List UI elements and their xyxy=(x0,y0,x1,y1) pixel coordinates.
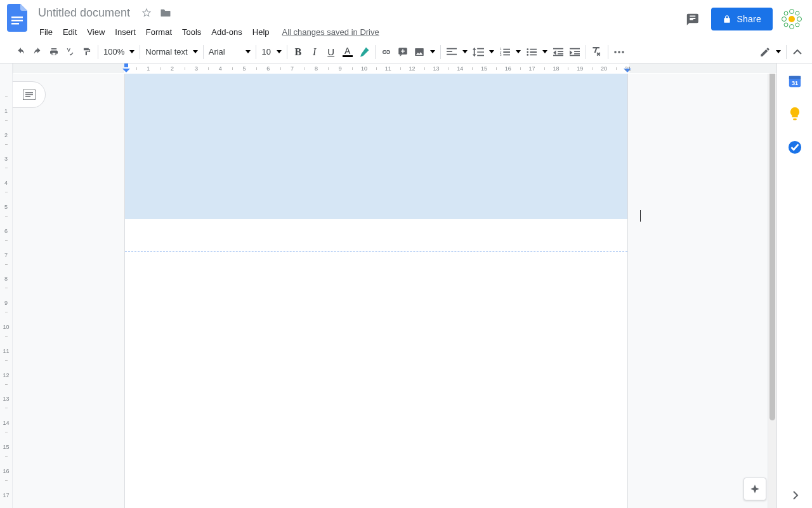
comments-icon[interactable] xyxy=(684,10,702,28)
insert-link-button[interactable] xyxy=(378,44,395,60)
svg-rect-1 xyxy=(11,20,23,22)
h-ruler-tick: 1 xyxy=(147,65,150,72)
menu-tools[interactable]: Tools xyxy=(177,26,206,38)
svg-point-6 xyxy=(782,17,787,22)
align-button[interactable] xyxy=(443,44,460,60)
bold-button[interactable]: B xyxy=(290,44,306,60)
paint-format-button[interactable] xyxy=(79,44,95,60)
highlight-color-button[interactable] xyxy=(356,44,372,60)
account-avatar[interactable] xyxy=(782,9,802,29)
scrollbar-thumb[interactable] xyxy=(769,65,775,420)
vertical-ruler[interactable]: 1234567891011121314151617 xyxy=(0,64,13,508)
image-caret-icon[interactable] xyxy=(430,50,435,53)
svg-point-3 xyxy=(789,16,795,22)
underline-button[interactable]: U xyxy=(323,44,339,60)
v-ruler-tick: 12 xyxy=(3,372,9,378)
toolbar: 100% Normal text Arial 10 B I U A 123 xyxy=(0,41,812,64)
svg-point-22 xyxy=(622,51,624,53)
side-panel: 31 xyxy=(776,64,812,508)
svg-rect-28 xyxy=(793,118,797,120)
v-ruler-tick: 16 xyxy=(3,468,9,474)
svg-rect-26 xyxy=(789,76,800,79)
numbered-list-button[interactable]: 123 xyxy=(497,44,513,60)
move-folder-icon[interactable] xyxy=(159,6,172,19)
vertical-scrollbar[interactable] xyxy=(768,64,776,508)
mode-caret-icon[interactable] xyxy=(776,50,781,53)
spellcheck-button[interactable] xyxy=(62,44,79,60)
v-ruler-tick: 15 xyxy=(3,444,9,450)
explore-button[interactable] xyxy=(743,478,766,500)
font-caret-icon[interactable] xyxy=(246,50,251,53)
redo-button[interactable] xyxy=(29,44,46,60)
spacing-caret-icon[interactable] xyxy=(489,50,494,53)
menu-view[interactable]: View xyxy=(82,26,110,38)
v-ruler-tick: 4 xyxy=(4,180,8,186)
left-indent-marker[interactable] xyxy=(122,64,130,72)
insert-image-button[interactable] xyxy=(411,44,428,60)
keep-icon[interactable] xyxy=(787,107,802,122)
docs-logo-icon[interactable] xyxy=(5,5,30,30)
calendar-icon[interactable]: 31 xyxy=(787,74,802,89)
menu-file[interactable]: File xyxy=(34,26,58,38)
font-select[interactable]: Arial xyxy=(206,47,243,57)
svg-point-11 xyxy=(796,23,799,27)
h-ruler-tick: 14 xyxy=(457,65,463,72)
v-ruler-tick: 7 xyxy=(4,252,8,258)
menu-bar: File Edit View Insert Format Tools Add-o… xyxy=(34,23,379,41)
more-button[interactable] xyxy=(611,44,627,60)
svg-point-17 xyxy=(527,48,528,50)
save-status[interactable]: All changes saved in Drive xyxy=(282,27,379,37)
style-caret-icon[interactable] xyxy=(193,50,198,53)
svg-point-9 xyxy=(796,11,799,15)
bulleted-caret-icon[interactable] xyxy=(542,50,547,53)
zoom-select[interactable]: 100% xyxy=(101,47,127,57)
bulleted-list-button[interactable] xyxy=(523,44,540,60)
menu-addons[interactable]: Add-ons xyxy=(206,26,247,38)
paragraph-style-select[interactable]: Normal text xyxy=(143,47,190,57)
line-spacing-button[interactable] xyxy=(470,44,487,60)
lock-icon xyxy=(723,14,731,24)
outline-toggle-button[interactable] xyxy=(13,81,46,108)
editor-main: 1234567891011121314151617 xyxy=(0,64,776,508)
share-button[interactable]: Share xyxy=(711,8,773,30)
align-caret-icon[interactable] xyxy=(462,50,468,53)
hide-menus-button[interactable] xyxy=(789,44,806,60)
font-size-input[interactable]: 10 xyxy=(259,47,274,57)
svg-point-8 xyxy=(784,11,788,15)
tasks-icon[interactable] xyxy=(787,140,802,155)
menu-insert[interactable]: Insert xyxy=(110,26,141,38)
h-ruler-tick: 15 xyxy=(481,65,487,72)
v-ruler-tick: 6 xyxy=(4,228,8,234)
svg-rect-23 xyxy=(124,64,128,67)
menu-format[interactable]: Format xyxy=(141,26,177,38)
decrease-indent-button[interactable] xyxy=(550,44,566,60)
menu-edit[interactable]: Edit xyxy=(58,26,82,38)
h-ruler-tick: 4 xyxy=(219,65,222,72)
numbered-caret-icon[interactable] xyxy=(516,50,521,53)
zoom-caret-icon[interactable] xyxy=(129,50,134,53)
italic-button[interactable]: I xyxy=(306,44,323,60)
editing-mode-button[interactable] xyxy=(757,44,773,60)
menu-help[interactable]: Help xyxy=(247,26,275,38)
print-button[interactable] xyxy=(46,44,62,60)
clear-formatting-button[interactable] xyxy=(589,44,605,60)
increase-indent-button[interactable] xyxy=(566,44,583,60)
v-ruler-tick: 3 xyxy=(4,156,8,162)
h-ruler-tick: 7 xyxy=(291,65,294,72)
document-canvas[interactable] xyxy=(13,64,776,508)
horizontal-ruler[interactable]: 123456789101112131415161718192021 xyxy=(13,64,776,74)
svg-point-5 xyxy=(790,25,794,29)
v-ruler-tick: 2 xyxy=(4,132,8,138)
text-color-button[interactable]: A xyxy=(339,44,356,60)
svg-point-4 xyxy=(790,10,794,14)
header-selection xyxy=(125,72,627,219)
side-panel-collapse-button[interactable] xyxy=(782,483,808,508)
document-title[interactable]: Untitled document xyxy=(34,6,134,20)
v-ruler-tick: 11 xyxy=(3,348,9,354)
svg-rect-2 xyxy=(11,23,19,25)
undo-button[interactable] xyxy=(13,44,29,60)
size-caret-icon[interactable] xyxy=(277,50,282,53)
insert-comment-button[interactable] xyxy=(395,44,411,60)
star-icon[interactable] xyxy=(140,6,153,19)
page[interactable] xyxy=(124,71,628,508)
